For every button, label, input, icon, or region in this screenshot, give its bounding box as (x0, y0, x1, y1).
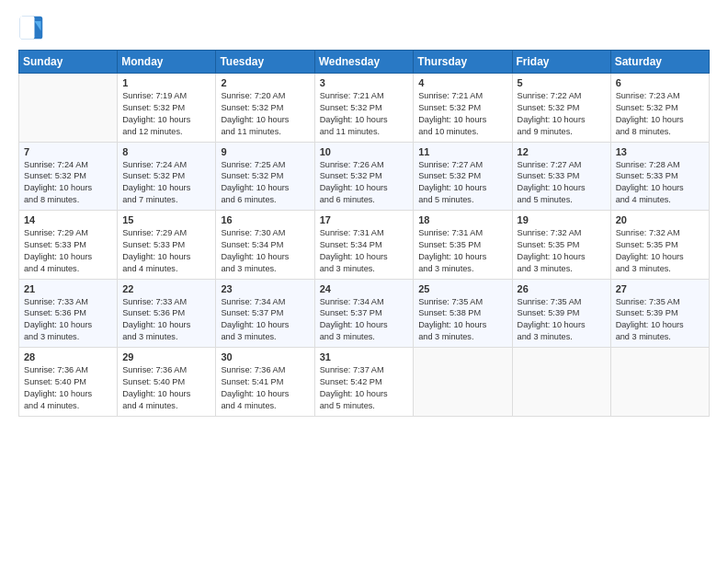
day-number: 6 (616, 77, 704, 88)
calendar-cell: 30Sunrise: 7:36 AMSunset: 5:41 PMDayligh… (216, 348, 314, 417)
day-number: 2 (221, 77, 309, 88)
day-number: 15 (122, 214, 210, 225)
day-info: Sunrise: 7:34 AMSunset: 5:37 PMDaylight:… (320, 296, 409, 344)
weekday-header-friday: Friday (512, 51, 610, 74)
calendar-cell: 16Sunrise: 7:30 AMSunset: 5:34 PMDayligh… (216, 211, 314, 280)
day-number: 17 (320, 214, 409, 225)
day-number: 19 (518, 214, 606, 225)
day-info: Sunrise: 7:21 AMSunset: 5:32 PMDaylight:… (320, 90, 409, 138)
calendar-cell: 28Sunrise: 7:36 AMSunset: 5:40 PMDayligh… (19, 348, 118, 417)
day-number: 7 (24, 146, 112, 157)
calendar-cell: 29Sunrise: 7:36 AMSunset: 5:40 PMDayligh… (118, 348, 216, 417)
calendar-cell: 9Sunrise: 7:25 AMSunset: 5:32 PMDaylight… (216, 142, 314, 211)
day-info: Sunrise: 7:34 AMSunset: 5:37 PMDaylight:… (221, 296, 309, 344)
calendar-cell: 6Sunrise: 7:23 AMSunset: 5:32 PMDaylight… (610, 74, 709, 143)
calendar-cell: 24Sunrise: 7:34 AMSunset: 5:37 PMDayligh… (314, 279, 414, 348)
day-number: 1 (122, 77, 210, 88)
weekday-header-thursday: Thursday (414, 51, 512, 74)
calendar-cell: 4Sunrise: 7:21 AMSunset: 5:32 PMDaylight… (414, 74, 512, 143)
day-info: Sunrise: 7:35 AMSunset: 5:39 PMDaylight:… (518, 296, 606, 344)
weekday-header-monday: Monday (118, 51, 216, 74)
day-number: 31 (320, 351, 409, 362)
day-number: 23 (221, 283, 309, 294)
day-info: Sunrise: 7:24 AMSunset: 5:32 PMDaylight:… (24, 159, 112, 207)
day-number: 14 (24, 214, 112, 225)
calendar-cell: 12Sunrise: 7:27 AMSunset: 5:33 PMDayligh… (512, 142, 610, 211)
calendar-cell: 2Sunrise: 7:20 AMSunset: 5:32 PMDaylight… (216, 74, 314, 143)
calendar-container: SundayMondayTuesdayWednesdayThursdayFrid… (0, 0, 728, 563)
logo (18, 15, 48, 40)
day-number: 8 (122, 146, 210, 157)
day-number: 29 (122, 351, 210, 362)
calendar-cell: 15Sunrise: 7:29 AMSunset: 5:33 PMDayligh… (118, 211, 216, 280)
day-info: Sunrise: 7:27 AMSunset: 5:33 PMDaylight:… (518, 159, 606, 207)
day-info: Sunrise: 7:32 AMSunset: 5:35 PMDaylight:… (518, 227, 606, 275)
day-info: Sunrise: 7:30 AMSunset: 5:34 PMDaylight:… (221, 227, 309, 275)
calendar-cell: 13Sunrise: 7:28 AMSunset: 5:33 PMDayligh… (610, 142, 709, 211)
calendar-cell: 20Sunrise: 7:32 AMSunset: 5:35 PMDayligh… (610, 211, 709, 280)
day-info: Sunrise: 7:33 AMSunset: 5:36 PMDaylight:… (122, 296, 210, 344)
day-info: Sunrise: 7:22 AMSunset: 5:32 PMDaylight:… (518, 90, 606, 138)
day-info: Sunrise: 7:25 AMSunset: 5:32 PMDaylight:… (221, 159, 309, 207)
calendar-cell: 26Sunrise: 7:35 AMSunset: 5:39 PMDayligh… (512, 279, 610, 348)
calendar-cell (610, 348, 709, 417)
week-row-5: 28Sunrise: 7:36 AMSunset: 5:40 PMDayligh… (19, 348, 710, 417)
day-info: Sunrise: 7:36 AMSunset: 5:41 PMDaylight:… (221, 364, 309, 412)
day-info: Sunrise: 7:26 AMSunset: 5:32 PMDaylight:… (320, 159, 409, 207)
day-info: Sunrise: 7:31 AMSunset: 5:35 PMDaylight:… (418, 227, 506, 275)
calendar-cell: 23Sunrise: 7:34 AMSunset: 5:37 PMDayligh… (216, 279, 314, 348)
calendar-cell: 7Sunrise: 7:24 AMSunset: 5:32 PMDaylight… (19, 142, 118, 211)
week-row-4: 21Sunrise: 7:33 AMSunset: 5:36 PMDayligh… (19, 279, 710, 348)
day-number: 24 (320, 283, 409, 294)
day-number: 16 (221, 214, 309, 225)
calendar-cell: 25Sunrise: 7:35 AMSunset: 5:38 PMDayligh… (414, 279, 512, 348)
calendar-cell (512, 348, 610, 417)
day-info: Sunrise: 7:27 AMSunset: 5:32 PMDaylight:… (418, 159, 506, 207)
calendar-cell: 1Sunrise: 7:19 AMSunset: 5:32 PMDaylight… (118, 74, 216, 143)
day-info: Sunrise: 7:23 AMSunset: 5:32 PMDaylight:… (616, 90, 704, 138)
calendar-cell: 3Sunrise: 7:21 AMSunset: 5:32 PMDaylight… (314, 74, 414, 143)
weekday-header-sunday: Sunday (19, 51, 118, 74)
day-number: 13 (616, 146, 704, 157)
day-number: 11 (418, 146, 506, 157)
calendar-cell: 27Sunrise: 7:35 AMSunset: 5:39 PMDayligh… (610, 279, 709, 348)
day-number: 9 (221, 146, 309, 157)
day-number: 12 (518, 146, 606, 157)
calendar-cell: 22Sunrise: 7:33 AMSunset: 5:36 PMDayligh… (118, 279, 216, 348)
day-number: 4 (418, 77, 506, 88)
calendar-cell: 14Sunrise: 7:29 AMSunset: 5:33 PMDayligh… (19, 211, 118, 280)
day-number: 20 (616, 214, 704, 225)
day-number: 21 (24, 283, 112, 294)
day-number: 30 (221, 351, 309, 362)
day-info: Sunrise: 7:21 AMSunset: 5:32 PMDaylight:… (418, 90, 506, 138)
calendar-cell (19, 74, 118, 143)
week-row-1: 1Sunrise: 7:19 AMSunset: 5:32 PMDaylight… (19, 74, 710, 143)
day-info: Sunrise: 7:31 AMSunset: 5:34 PMDaylight:… (320, 227, 409, 275)
day-info: Sunrise: 7:28 AMSunset: 5:33 PMDaylight:… (616, 159, 704, 207)
weekday-header-row: SundayMondayTuesdayWednesdayThursdayFrid… (19, 51, 710, 74)
day-number: 28 (24, 351, 112, 362)
logo-icon (18, 15, 44, 40)
calendar-cell: 18Sunrise: 7:31 AMSunset: 5:35 PMDayligh… (414, 211, 512, 280)
day-number: 26 (518, 283, 606, 294)
weekday-header-wednesday: Wednesday (314, 51, 414, 74)
day-info: Sunrise: 7:36 AMSunset: 5:40 PMDaylight:… (24, 364, 112, 412)
calendar-cell (414, 348, 512, 417)
day-info: Sunrise: 7:29 AMSunset: 5:33 PMDaylight:… (24, 227, 112, 275)
day-number: 3 (320, 77, 409, 88)
day-info: Sunrise: 7:36 AMSunset: 5:40 PMDaylight:… (122, 364, 210, 412)
calendar-cell: 21Sunrise: 7:33 AMSunset: 5:36 PMDayligh… (19, 279, 118, 348)
day-info: Sunrise: 7:29 AMSunset: 5:33 PMDaylight:… (122, 227, 210, 275)
day-number: 18 (418, 214, 506, 225)
calendar-cell: 19Sunrise: 7:32 AMSunset: 5:35 PMDayligh… (512, 211, 610, 280)
day-number: 25 (418, 283, 506, 294)
calendar-table: SundayMondayTuesdayWednesdayThursdayFrid… (18, 50, 710, 417)
svg-rect-2 (20, 17, 35, 40)
calendar-cell: 10Sunrise: 7:26 AMSunset: 5:32 PMDayligh… (314, 142, 414, 211)
day-number: 27 (616, 283, 704, 294)
day-info: Sunrise: 7:32 AMSunset: 5:35 PMDaylight:… (616, 227, 704, 275)
day-number: 22 (122, 283, 210, 294)
weekday-header-tuesday: Tuesday (216, 51, 314, 74)
calendar-cell: 31Sunrise: 7:37 AMSunset: 5:42 PMDayligh… (314, 348, 414, 417)
day-info: Sunrise: 7:20 AMSunset: 5:32 PMDaylight:… (221, 90, 309, 138)
